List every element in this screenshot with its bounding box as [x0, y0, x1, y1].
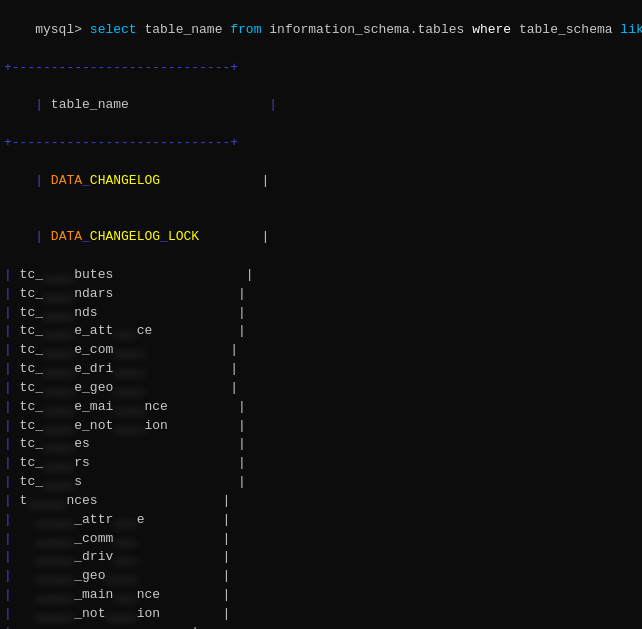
table-row: | ______not____ion |	[4, 605, 638, 624]
table-mid-border: +----------------------------+	[4, 134, 638, 153]
keyword-like: like	[620, 22, 642, 37]
table-row: | ______driv___ |	[4, 548, 638, 567]
table-row: | tc_____e_geo____ |	[4, 379, 638, 398]
table-row: | ______geo____ |	[4, 567, 638, 586]
table-row: | ______main___nce |	[4, 586, 638, 605]
table-row: | tc_____e_not____ion |	[4, 417, 638, 436]
table-row: | DATA_CHANGELOG_LOCK |	[4, 209, 638, 266]
table-row: | tc_____rs |	[4, 454, 638, 473]
terminal-window: mysql> select table_name from informatio…	[0, 0, 642, 629]
prompt-text: mysql>	[35, 22, 90, 37]
table-row: | tc_____ndars |	[4, 285, 638, 304]
table-row: | ______comm___ |	[4, 530, 638, 549]
keyword-from: from	[230, 22, 261, 37]
table-header: | table_name |	[4, 77, 638, 134]
table-row: | tc_____nds |	[4, 304, 638, 323]
keyword-select: select	[90, 22, 137, 37]
table-row: | gr________ |	[4, 624, 638, 629]
table-row: | tc_____e_att___ce |	[4, 322, 638, 341]
table-row: | tc_____e_com____ |	[4, 341, 638, 360]
table-row: | tc_____e_dri____ |	[4, 360, 638, 379]
table-row: | tc_____e_mai____nce |	[4, 398, 638, 417]
keyword-where: where	[472, 22, 511, 37]
table-row: | t_____nces |	[4, 492, 638, 511]
table-row: | tc_____butes |	[4, 266, 638, 285]
table-row: | ______attr___e |	[4, 511, 638, 530]
table-row: | DATA_CHANGELOG |	[4, 153, 638, 210]
table-row: | tc_____es |	[4, 435, 638, 454]
table-top-border: +----------------------------+	[4, 59, 638, 78]
table-row: | tc_____s |	[4, 473, 638, 492]
command-line: mysql> select table_name from informatio…	[4, 2, 638, 59]
